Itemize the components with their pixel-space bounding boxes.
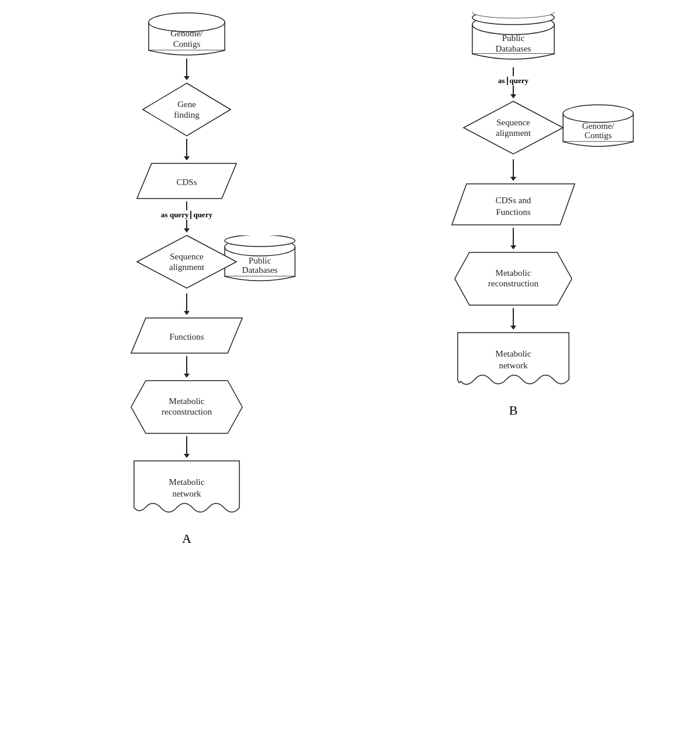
svg-text:Metabolic: Metabolic <box>496 268 531 278</box>
svg-text:finding: finding <box>174 110 200 119</box>
column-a: Genome/ Contigs Gene finding C <box>23 12 350 546</box>
svg-marker-30 <box>464 101 563 154</box>
sequence-alignment-a: Sequence alignment <box>134 232 239 293</box>
svg-text:CDSs and: CDSs and <box>496 196 531 205</box>
svg-text:Databases: Databases <box>496 44 531 53</box>
svg-text:Contigs: Contigs <box>173 39 201 49</box>
functions-a: Functions <box>128 315 245 356</box>
sequence-alignment-b: Sequence alignment <box>461 98 566 159</box>
svg-text:Sequence: Sequence <box>496 118 530 127</box>
arrow-1a <box>184 59 190 80</box>
svg-text:CDSs: CDSs <box>176 177 197 187</box>
sequence-alignment-row-b: Sequence alignment Genome/ Contigs <box>402 98 624 159</box>
svg-text:alignment: alignment <box>496 128 531 138</box>
svg-text:Genome/: Genome/ <box>582 121 615 131</box>
svg-text:reconstruction: reconstruction <box>488 279 538 288</box>
as-query-label-b: as query <box>498 76 529 85</box>
svg-text:Databases: Databases <box>242 265 278 275</box>
cdss-functions-b: CDSs and Functions <box>449 181 578 228</box>
arrow-5b <box>510 308 516 330</box>
svg-text:Sequence: Sequence <box>170 252 204 261</box>
arrow-4b <box>510 228 516 249</box>
svg-text:Genome/: Genome/ <box>171 29 204 38</box>
svg-text:Metabolic: Metabolic <box>169 477 205 487</box>
svg-text:reconstruction: reconstruction <box>162 407 212 416</box>
main-diagram: Genome/ Contigs Gene finding C <box>0 0 700 558</box>
svg-text:network: network <box>172 489 201 498</box>
public-databases-b-top: Public Databases <box>466 12 560 67</box>
svg-text:Functions: Functions <box>496 207 530 217</box>
svg-text:Metabolic: Metabolic <box>169 396 205 406</box>
svg-text:Functions: Functions <box>169 332 204 341</box>
metabolic-reconstruction-b: Metabolic reconstruction <box>452 249 575 308</box>
genome-contigs-b: Genome/ Contigs <box>560 104 636 153</box>
column-b: Public Databases as query Seque <box>350 12 677 546</box>
metabolic-reconstruction-a: Metabolic reconstruction <box>128 378 245 436</box>
svg-text:Public: Public <box>502 33 525 43</box>
svg-marker-4 <box>143 83 231 136</box>
as-query-label-a: as query query <box>161 210 212 220</box>
label-a: A <box>182 531 191 546</box>
genome-contigs-a: Genome/ Contigs <box>140 12 234 59</box>
gene-finding-a: Gene finding <box>140 80 234 139</box>
cdss-a: CDSs <box>134 160 239 201</box>
svg-text:alignment: alignment <box>169 262 205 272</box>
svg-marker-9 <box>137 235 236 288</box>
arrow-5a <box>184 436 190 458</box>
as-query-section-a: as query query <box>161 201 212 232</box>
arrow-3a <box>184 293 190 315</box>
svg-text:Metabolic: Metabolic <box>496 349 531 358</box>
svg-text:Contigs: Contigs <box>585 131 612 140</box>
label-b: B <box>509 403 518 418</box>
sequence-alignment-row-a: Sequence alignment Public Databas <box>81 232 292 293</box>
arrow-4a <box>184 356 190 378</box>
as-query-section-b: as query <box>498 67 529 98</box>
svg-text:network: network <box>499 361 528 370</box>
metabolic-network-b: Metabolic network <box>455 330 572 394</box>
svg-text:Gene: Gene <box>177 100 196 109</box>
svg-text:Public: Public <box>249 256 272 265</box>
svg-point-34 <box>563 105 633 122</box>
metabolic-network-a: Metabolic network <box>131 458 242 522</box>
arrow-2a <box>184 139 190 160</box>
arrow-3b <box>510 159 516 181</box>
